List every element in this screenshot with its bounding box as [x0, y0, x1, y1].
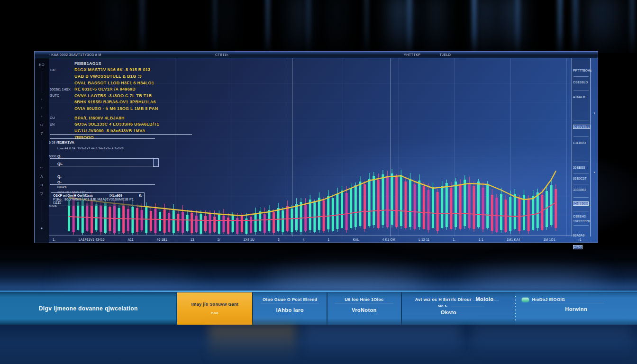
indicator-row[interactable]: QL: [50, 159, 155, 166]
candle-body[interactable]: [250, 217, 252, 233]
toolbar-segment-1[interactable]: Dlgv ijmeone dovanne qjwcelation: [0, 292, 176, 325]
candle-body[interactable]: [104, 202, 107, 233]
candle-body[interactable]: [432, 187, 434, 228]
candle-body[interactable]: [200, 214, 202, 234]
candle-body[interactable]: [145, 207, 147, 233]
indicator-row[interactable]: L.aa.44 8.34 .3V3a3a3 44 6 34a3a3a 4 7a3…: [50, 145, 155, 150]
candle-body[interactable]: [382, 174, 384, 225]
toolbar-segment-4[interactable]: U6 loo Hnie 1OlocVroNoton: [328, 292, 401, 325]
candle-body[interactable]: [500, 194, 502, 230]
candle-body[interactable]: [241, 216, 243, 232]
candle-body[interactable]: [537, 192, 539, 228]
tool-dot-icon[interactable]: ●: [41, 226, 43, 230]
candle-body[interactable]: [182, 212, 184, 233]
candle-body[interactable]: [300, 202, 302, 232]
candle-body[interactable]: [291, 209, 293, 232]
candle-body[interactable]: [282, 210, 284, 232]
candle-body[interactable]: [141, 210, 143, 230]
candle-body[interactable]: [295, 204, 298, 230]
candle-body[interactable]: [255, 214, 257, 232]
candle-body[interactable]: [455, 182, 457, 227]
candle-body[interactable]: [427, 190, 429, 230]
candle-body[interactable]: [204, 216, 207, 231]
candle-body[interactable]: [450, 188, 452, 229]
candle-body[interactable]: [195, 216, 198, 232]
candle-body[interactable]: [268, 210, 270, 231]
indicator-row[interactable]: Q.: [50, 166, 155, 179]
candle-body[interactable]: [222, 216, 225, 232]
candle-body[interactable]: [468, 183, 471, 228]
candle-body[interactable]: [309, 200, 311, 230]
candle-body[interactable]: [154, 209, 156, 233]
tool-B-icon[interactable]: B: [40, 183, 43, 187]
candle-body[interactable]: [377, 180, 380, 228]
candle-body[interactable]: [518, 198, 520, 231]
candle-body[interactable]: [423, 186, 425, 229]
tool-dot-icon[interactable]: ▫: [41, 114, 43, 118]
candle-body[interactable]: [486, 184, 489, 228]
candle-body[interactable]: [341, 191, 343, 228]
candle-body[interactable]: [218, 215, 220, 234]
candle-body[interactable]: [336, 194, 338, 229]
candle-body[interactable]: [186, 215, 189, 231]
tool-O-icon[interactable]: O: [40, 123, 43, 127]
tool-A-icon[interactable]: A: [40, 174, 43, 179]
candle-body[interactable]: [213, 217, 216, 232]
candle-body[interactable]: [232, 215, 234, 232]
candle-body[interactable]: [332, 198, 334, 231]
time-axis[interactable]: 1.LA1F31V1 43416A1146 1B1131/1X4 1U341KA…: [49, 236, 585, 243]
candle-body[interactable]: [409, 179, 411, 227]
toolbar-segment-5[interactable]: Avt wiz oc H 8irrrfc DlrourMo t-OkstoMoi…: [402, 292, 516, 325]
candle-body[interactable]: [164, 209, 166, 233]
tool-dot-icon[interactable]: ▫: [41, 97, 43, 101]
candle-body[interactable]: [437, 192, 439, 231]
candle-body[interactable]: [118, 208, 120, 231]
candle-body[interactable]: [259, 211, 261, 231]
candle-body[interactable]: [404, 182, 407, 228]
tool-KO-icon[interactable]: KO: [39, 63, 45, 67]
candle-body[interactable]: [209, 214, 211, 233]
price-axis[interactable]: PFTTTBOHsOS1BBLDA16ALMO1SVTB LC3LBRO30BB…: [572, 58, 591, 237]
candle-body[interactable]: [168, 213, 170, 232]
candle-body[interactable]: [441, 186, 443, 228]
candle-body[interactable]: [555, 189, 557, 228]
candle-body[interactable]: [150, 211, 152, 231]
toolbar-orange-button[interactable]: Imay jio Sonuvw Ganthoa: [177, 292, 252, 325]
tool-7-icon[interactable]: 7: [41, 131, 43, 136]
candle-body[interactable]: [491, 195, 493, 231]
candle-body[interactable]: [131, 207, 134, 233]
candle-body[interactable]: [346, 193, 348, 230]
row-end-box[interactable]: [153, 158, 159, 167]
candle-body[interactable]: [509, 197, 511, 231]
candle-body[interactable]: [327, 196, 329, 229]
candle-body[interactable]: [368, 179, 371, 226]
candle-body[interactable]: [350, 188, 352, 228]
candle-body[interactable]: [464, 180, 466, 226]
candle-body[interactable]: [359, 182, 361, 226]
candle-body[interactable]: [136, 208, 138, 232]
candle-body[interactable]: [373, 176, 375, 225]
candle-body[interactable]: [418, 181, 420, 227]
candle-body[interactable]: [477, 182, 480, 227]
tool-dot-icon[interactable]: ◠: [40, 166, 44, 170]
candle-body[interactable]: [355, 185, 357, 227]
candle-body[interactable]: [414, 184, 416, 229]
candle-body[interactable]: [273, 212, 275, 233]
candle-body[interactable]: [473, 186, 475, 229]
toolbar-segment-3[interactable]: Otoo Guue O Pcot ElrendlAhbo laro: [253, 292, 327, 325]
candle-body[interactable]: [391, 173, 393, 225]
candle-body[interactable]: [159, 212, 161, 231]
candle-body[interactable]: [177, 214, 179, 231]
drawing-tools-sidebar[interactable]: KO▫▫▫O7◠AB▽●: [35, 58, 49, 243]
candle-body[interactable]: [395, 177, 398, 227]
tool-dot-icon[interactable]: ▫: [41, 106, 43, 110]
candle-body[interactable]: [386, 177, 389, 227]
candle-body[interactable]: [264, 214, 266, 233]
candle-body[interactable]: [459, 185, 462, 229]
candle-body[interactable]: [400, 175, 402, 226]
candle-body[interactable]: [495, 198, 498, 232]
indicator-row[interactable]: G0Z1: [50, 185, 155, 189]
candle-body[interactable]: [532, 196, 534, 230]
candle-body[interactable]: [318, 198, 320, 230]
indicator-row[interactable]: O-: [50, 179, 155, 185]
